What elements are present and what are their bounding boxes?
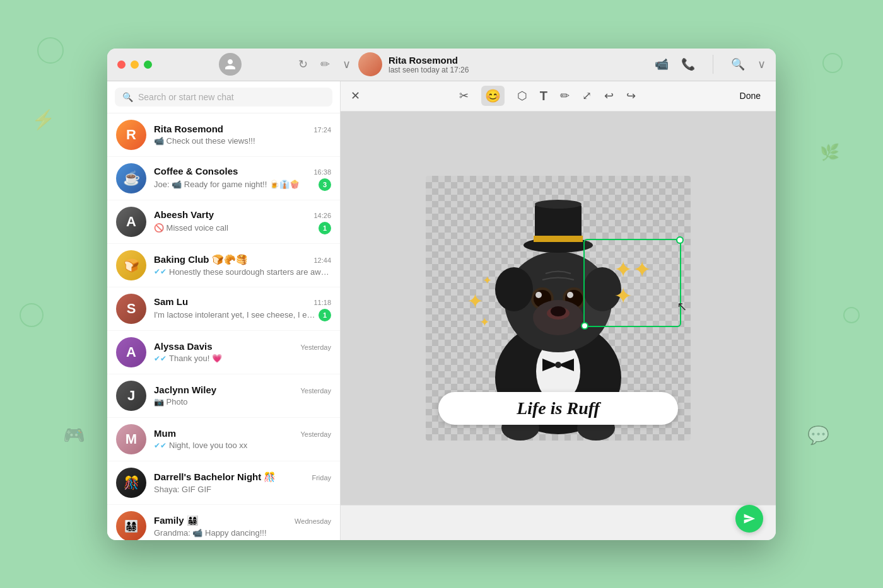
chat-preview-coffee: Joe: 📹 Ready for game night!! 🍺👔🍿 3 [154, 178, 331, 191]
sticker-tool[interactable]: ⬡ [517, 89, 527, 103]
chat-details-darrell: Darrell's Bachelor Night 🎊 Friday Shaya:… [154, 471, 331, 494]
chat-header-actions: 📹 📞 🔍 ∨ [655, 55, 766, 74]
search-icon[interactable]: 🔍 [731, 57, 745, 71]
chat-time-sam: 11:18 [313, 299, 331, 306]
chat-top-coffee: Coffee & Consoles 16:38 [154, 166, 331, 176]
chat-preview-sam: I'm lactose intolerant yet, I see cheese… [154, 309, 331, 321]
svg-text:🌿: 🌿 [820, 142, 840, 162]
chat-details-family: Family 👨‍👩‍👧‍👦 Wednesday Grandma: 📹 Happ… [154, 515, 331, 538]
search-bar: 🔍 [107, 81, 340, 113]
chat-preview-darrell: Shaya: GIF GIF [154, 485, 331, 494]
chat-preview-alyssa: ✔✔ Thank you! 💗 [154, 354, 331, 363]
chat-item-abeesh[interactable]: A Abeesh Varty 14:26 🚫 Missed voice call… [107, 200, 340, 244]
search-icon: 🔍 [122, 92, 133, 102]
svg-point-1 [823, 54, 842, 72]
chat-top-baking: Baking Club 🍞🥐🥞 12:44 [154, 254, 331, 265]
avatar-alyssa: A [116, 337, 146, 367]
avatar-family: 👨‍👩‍👧‍👦 [116, 511, 146, 540]
more-options-icon[interactable]: ∨ [757, 57, 766, 71]
video-call-icon[interactable]: 📹 [655, 57, 669, 71]
refresh-icon[interactable]: ↻ [298, 57, 308, 71]
chat-preview-text-darrell: Shaya: GIF GIF [154, 485, 331, 494]
chat-details-jaclynn: Jaclynn Wiley Yesterday 📷 Photo [154, 384, 331, 406]
close-button[interactable] [117, 61, 126, 69]
chat-name-coffee: Coffee & Consoles [154, 166, 238, 176]
chat-item-darrell[interactable]: 🎊 Darrell's Bachelor Night 🎊 Friday Shay… [107, 461, 340, 505]
chat-name-abeesh: Abeesh Varty [154, 209, 214, 220]
avatar-abeesh: A [116, 207, 146, 237]
svg-point-14 [555, 362, 561, 368]
emoji-tool[interactable]: 😊 [481, 86, 505, 106]
chat-preview-text-sam: I'm lactose intolerant yet, I see cheese… [154, 310, 316, 320]
phone-call-icon[interactable]: 📞 [681, 57, 695, 71]
search-input[interactable] [138, 92, 325, 102]
avatar-baking: 🍞 [116, 250, 146, 280]
chat-name-darrell: Darrell's Bachelor Night 🎊 [154, 471, 276, 483]
close-editor-icon[interactable]: ✕ [351, 89, 360, 103]
svg-text:🎮: 🎮 [63, 425, 85, 446]
chat-preview-text-alyssa: Thank you! 💗 [169, 354, 331, 363]
chat-item-rita[interactable]: R Rita Rosemond 17:24 📹 Check out these … [107, 113, 340, 157]
avatar-sam: S [116, 294, 146, 324]
avatar-mum: M [116, 424, 146, 454]
done-button[interactable]: Done [735, 88, 766, 103]
chat-header: Rita Rosemond last seen today at 17:26 📹… [351, 52, 766, 76]
chat-preview-text-rita: 📹 Check out these views!!! [154, 136, 331, 146]
undo-button[interactable]: ↩ [604, 89, 614, 103]
chat-preview-text-baking: Honestly these sourdough starters are aw… [169, 267, 331, 277]
chat-details-coffee: Coffee & Consoles 16:38 Joe: 📹 Ready for… [154, 166, 331, 191]
redo-button[interactable]: ↪ [626, 89, 636, 103]
chat-preview-baking: ✔✔ Honestly these sourdough starters are… [154, 267, 331, 277]
profile-avatar[interactable] [219, 53, 242, 76]
chat-top-mum: Mum Yesterday [154, 428, 331, 439]
fullscreen-button[interactable] [144, 61, 152, 69]
draw-tool[interactable]: ✏ [560, 89, 570, 103]
chat-top-alyssa: Alyssa Davis Yesterday [154, 341, 331, 352]
chat-preview-mum: ✔✔ Night, love you too xx [154, 441, 331, 450]
title-bar: ↻ ✏ ∨ Rita Rosemond last seen today at 1… [107, 49, 776, 81]
svg-text:⚡: ⚡ [32, 108, 56, 131]
chat-details-sam: Sam Lu 11:18 I'm lactose intolerant yet,… [154, 296, 331, 321]
compose-icon[interactable]: ✏ [320, 57, 330, 71]
contact-status: last seen today at 17:26 [389, 66, 655, 74]
scissors-tool[interactable]: ✂ [459, 89, 469, 103]
chat-item-alyssa[interactable]: A Alyssa Davis Yesterday ✔✔ Thank you! 💗 [107, 331, 340, 374]
search-input-wrap: 🔍 [115, 88, 332, 107]
sidebar-header-icons: ↻ ✏ ∨ [298, 57, 351, 71]
avatar-coffee: ☕ [116, 163, 146, 193]
send-button[interactable] [735, 505, 763, 533]
chat-details-mum: Mum Yesterday ✔✔ Night, love you too xx [154, 428, 331, 450]
chat-top-sam: Sam Lu 11:18 [154, 296, 331, 307]
minimize-button[interactable] [131, 61, 139, 69]
unread-badge-coffee: 3 [319, 178, 331, 191]
crop-tool[interactable]: ⤢ [582, 89, 592, 103]
traffic-lights [117, 61, 152, 69]
chat-item-mum[interactable]: M Mum Yesterday ✔✔ Night, love you too x… [107, 418, 340, 461]
svg-text:💬: 💬 [807, 425, 829, 446]
chat-item-jaclynn[interactable]: J Jaclynn Wiley Yesterday 📷 Photo [107, 374, 340, 418]
chat-details-rita: Rita Rosemond 17:24 📹 Check out these vi… [154, 124, 331, 146]
chat-preview-rita: 📹 Check out these views!!! [154, 136, 331, 146]
read-check-mum: ✔✔ [154, 441, 167, 450]
chat-item-baking[interactable]: 🍞 Baking Club 🍞🥐🥞 12:44 ✔✔ Honestly thes… [107, 244, 340, 287]
chat-item-family[interactable]: 👨‍👩‍👧‍👦 Family 👨‍👩‍👧‍👦 Wednesday Grandma… [107, 505, 340, 540]
chat-item-coffee[interactable]: ☕ Coffee & Consoles 16:38 Joe: 📹 Ready f… [107, 157, 340, 200]
chat-time-abeesh: 14:26 [313, 212, 331, 219]
chat-preview-text-abeesh: 🚫 Missed voice call [154, 223, 316, 233]
chat-time-darrell: Friday [312, 474, 331, 481]
text-tool[interactable]: T [540, 89, 547, 103]
chat-name-alyssa: Alyssa Davis [154, 341, 213, 352]
chat-top-abeesh: Abeesh Varty 14:26 [154, 209, 331, 220]
svg-point-9 [20, 304, 43, 326]
svg-point-20 [535, 292, 542, 298]
sticker-text: Life is Ruff [438, 392, 678, 425]
chat-name-jaclynn: Jaclynn Wiley [154, 384, 216, 395]
dropdown-icon[interactable]: ∨ [342, 57, 351, 71]
svg-point-8 [844, 308, 859, 323]
chat-details-abeesh: Abeesh Varty 14:26 🚫 Missed voice call 1 [154, 209, 331, 234]
chat-top-darrell: Darrell's Bachelor Night 🎊 Friday [154, 471, 331, 483]
sticker-canvas: ✦ ✦ ✦ ✦✦✦ [426, 176, 691, 441]
chat-item-sam[interactable]: S Sam Lu 11:18 I'm lactose intolerant ye… [107, 287, 340, 331]
chat-time-coffee: 16:38 [313, 168, 331, 176]
app-window: ↻ ✏ ∨ Rita Rosemond last seen today at 1… [107, 49, 776, 540]
